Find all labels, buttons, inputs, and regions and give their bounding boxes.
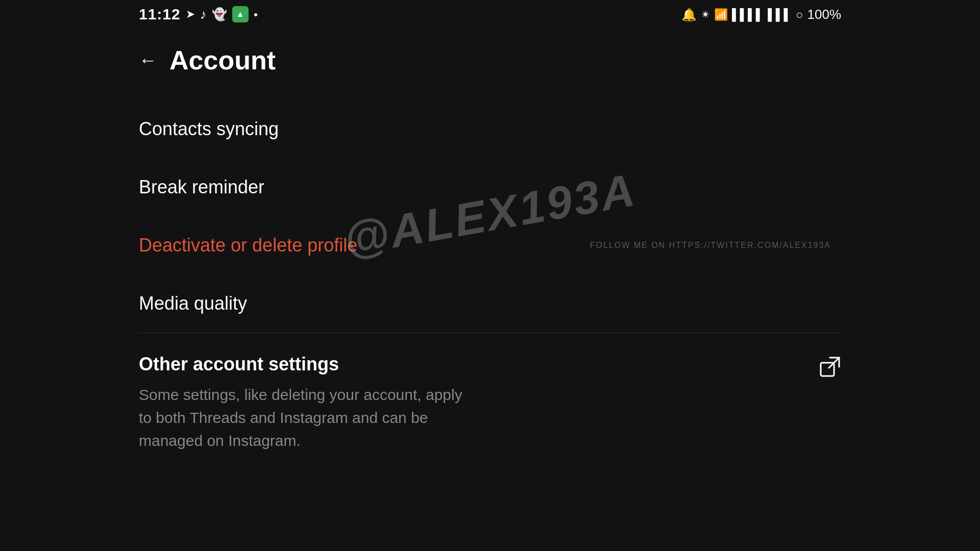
other-settings-title: Other account settings — [139, 354, 808, 375]
deactivate-delete-item[interactable]: Deactivate or delete profile — [139, 216, 841, 274]
alarm-icon: 🔔 — [681, 7, 697, 21]
other-account-settings-item[interactable]: Other account settings Some settings, li… — [139, 333, 841, 472]
bluetooth-icon: ✴ — [701, 8, 710, 21]
page-title: Account — [169, 45, 276, 76]
back-arrow-icon: ← — [139, 49, 157, 71]
navigation-icon: ➤ — [186, 8, 195, 21]
main-content: ← Account Contacts syncing Break reminde… — [118, 29, 862, 551]
tiktok-icon: ♪ — [200, 7, 207, 22]
wifi-icon: 📶 — [714, 8, 728, 21]
external-link-icon — [819, 356, 841, 383]
break-reminder-label: Break reminder — [139, 177, 264, 197]
signal-icon-2: ▌▌▌ — [768, 8, 792, 21]
maps-icon: ▲ — [232, 6, 249, 22]
break-reminder-item[interactable]: Break reminder — [139, 158, 841, 216]
page-header: ← Account — [139, 29, 841, 100]
dot-icon: ● — [254, 10, 258, 18]
back-button[interactable]: ← — [139, 49, 157, 71]
battery-icon: ○ — [796, 7, 803, 21]
phone-screen: 11:12 ➤ ♪ 👻 ▲ ● 🔔 ✴ 📶 ▌▌▌▌ ▌▌▌ ○ 100% ← … — [118, 0, 862, 551]
contacts-syncing-item[interactable]: Contacts syncing — [139, 100, 841, 158]
media-quality-label: Media quality — [139, 293, 247, 314]
status-bar: 11:12 ➤ ♪ 👻 ▲ ● 🔔 ✴ 📶 ▌▌▌▌ ▌▌▌ ○ 100% — [118, 0, 862, 29]
signal-icon-1: ▌▌▌▌ — [732, 8, 764, 21]
status-bar-left: 11:12 ➤ ♪ 👻 ▲ ● — [139, 6, 258, 23]
contacts-syncing-label: Contacts syncing — [139, 118, 279, 139]
other-settings-content: Other account settings Some settings, li… — [139, 354, 808, 452]
status-bar-right: 🔔 ✴ 📶 ▌▌▌▌ ▌▌▌ ○ 100% — [681, 7, 841, 22]
deactivate-delete-label: Deactivate or delete profile — [139, 235, 357, 256]
battery-percent: 100% — [807, 7, 842, 22]
other-settings-description: Some settings, like deleting your accoun… — [139, 383, 471, 452]
snapchat-icon: 👻 — [212, 7, 227, 21]
status-time: 11:12 — [139, 6, 181, 23]
media-quality-item[interactable]: Media quality — [139, 274, 841, 333]
